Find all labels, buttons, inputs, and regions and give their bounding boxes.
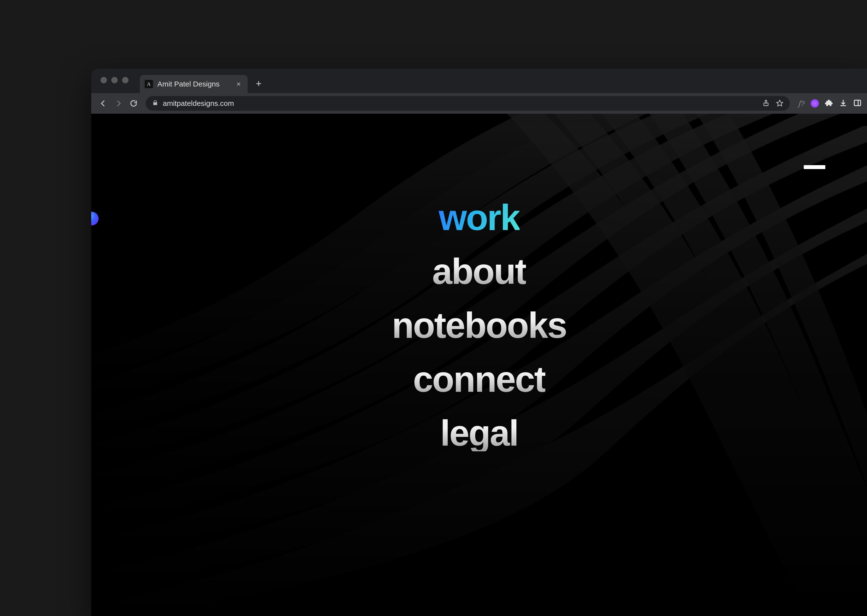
window-close-button[interactable] (101, 77, 107, 83)
url-text: amitpateldesigns.com (163, 99, 758, 108)
downloads-icon[interactable] (839, 99, 847, 108)
browser-toolbar: amitpateldesigns.com ʃ? (91, 93, 867, 114)
nav-item-work[interactable]: work (439, 200, 519, 236)
extensions-puzzle-icon[interactable] (825, 99, 833, 108)
reload-icon (129, 99, 138, 108)
window-minimize-button[interactable] (111, 77, 118, 83)
extension-badge-purple[interactable] (810, 99, 819, 108)
tab-close-button[interactable]: × (235, 79, 242, 89)
nav-item-connect[interactable]: connect (413, 361, 545, 398)
browser-window: A Amit Patel Designs × + amitpateldesign… (91, 69, 867, 616)
svg-marker-1 (777, 100, 783, 106)
share-icon[interactable] (762, 99, 770, 108)
address-bar[interactable]: amitpateldesigns.com (146, 96, 790, 111)
back-button[interactable] (96, 97, 110, 110)
bookmark-star-icon[interactable] (776, 99, 783, 108)
new-tab-button[interactable]: + (252, 77, 265, 90)
panel-toggle-icon[interactable] (853, 99, 862, 108)
tab-strip: A Amit Patel Designs × + (91, 69, 867, 93)
menu-toggle-button[interactable] (804, 165, 825, 169)
address-actions (762, 99, 783, 108)
forward-button[interactable] (112, 97, 125, 110)
reload-button[interactable] (127, 97, 140, 110)
nav-item-legal[interactable]: legal (440, 415, 518, 451)
extensions-area: ʃ? (798, 99, 862, 108)
window-controls (101, 77, 128, 83)
arrow-right-icon (114, 99, 123, 108)
page-content: work about notebooks connect legal (91, 114, 867, 616)
nav-item-notebooks[interactable]: notebooks (392, 307, 566, 344)
tab-favicon: A (145, 80, 153, 88)
window-maximize-button[interactable] (122, 77, 128, 83)
browser-tab[interactable]: A Amit Patel Designs × (140, 75, 247, 93)
tab-title: Amit Patel Designs (158, 80, 231, 88)
arrow-left-icon (99, 99, 107, 108)
extension-script-icon[interactable]: ʃ? (798, 99, 805, 108)
nav-item-about[interactable]: about (432, 253, 526, 290)
main-nav: work about notebooks connect legal (91, 200, 867, 451)
lock-icon (152, 100, 158, 107)
svg-rect-3 (854, 100, 861, 106)
